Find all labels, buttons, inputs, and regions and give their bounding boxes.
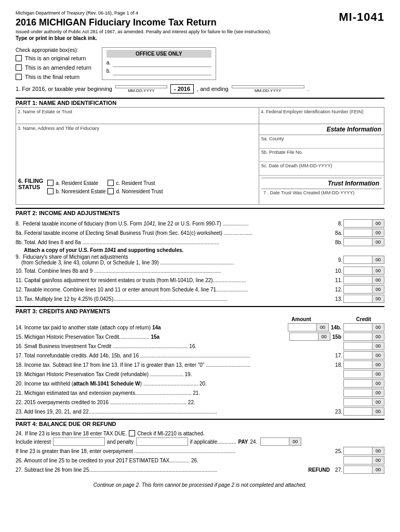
line14a-amount[interactable]: 00: [288, 323, 329, 331]
estate-trust-name-input[interactable]: [18, 115, 257, 122]
line15b-amount[interactable]: 00: [343, 332, 384, 341]
line12-text: 12. Taxable income. Combine lines 10 and…: [16, 287, 332, 292]
line15-text: 15. Michigan Historic Preservation Tax C…: [16, 334, 288, 340]
main-title: 2016 MICHIGAN Fiduciary Income Tax Retur…: [16, 17, 271, 28]
line25-amount[interactable]: 00: [343, 447, 384, 455]
penalty-label: and penalty: [107, 439, 134, 445]
amended-return-label: This is an amended return: [25, 64, 91, 71]
attach-note: Attach a copy of your U.S. Form 1041 and…: [24, 247, 183, 253]
final-return-checkbox[interactable]: [16, 74, 22, 80]
nonresident-trust-option[interactable]: d. Nonresident Trust: [108, 188, 166, 194]
line22-cents: 00: [372, 398, 384, 406]
part2-header: PART 2: INCOME AND ADJUSTMENTS: [16, 208, 384, 217]
line8a-cents: 00: [372, 229, 384, 236]
line11-cents: 00: [372, 276, 384, 284]
line8-text: 8. Federal taxable income of fiduciary (…: [16, 221, 332, 227]
field5a-label: 5a. County: [261, 136, 382, 141]
line13-text: 13. Tax. Multiply line 12 by 4.25% (0.04…: [16, 296, 332, 302]
line8b-amount[interactable]: 00: [343, 238, 384, 246]
refund-label: REFUND: [308, 467, 330, 473]
line14-text: 14. Income tax paid to another state (at…: [16, 325, 287, 330]
fiduciary-name-input[interactable]: [18, 131, 257, 163]
line26-amount[interactable]: 00: [343, 456, 384, 464]
line19-text: 19. Michigan Historic Preservation Tax C…: [16, 371, 342, 377]
field5b-label: 5b. Probate File No.: [261, 150, 382, 155]
trust-created-input[interactable]: [263, 196, 380, 201]
original-return-checkbox[interactable]: [16, 55, 22, 61]
line15a-amount[interactable]: 00: [289, 332, 330, 341]
line19-amount[interactable]: 00: [343, 370, 384, 378]
line8b-num: 8b.: [332, 240, 342, 245]
date-death-input[interactable]: [261, 169, 382, 174]
line26-text: 26. Amount of line 25 to be credited to …: [16, 458, 342, 463]
nonresident-estate-option[interactable]: b. Nonresident Estate: [47, 188, 105, 194]
line18-cents: 00: [372, 361, 384, 368]
interest-input[interactable]: [53, 437, 105, 446]
line14b-label: 14b.: [331, 325, 341, 330]
print-instruction: Type or print in blue or black ink.: [16, 35, 271, 41]
county-input[interactable]: [261, 142, 382, 147]
line11-amount[interactable]: 00: [343, 276, 384, 284]
field2-label: 2. Name of Estate or Trust: [18, 109, 257, 114]
line15b-cents: 00: [372, 333, 384, 340]
office-b-label: b.: [106, 68, 111, 75]
resident-trust-checkbox[interactable]: [108, 180, 114, 186]
office-use-box: OFFICE USE ONLY a. b.: [102, 47, 216, 80]
line20-amount[interactable]: 00: [343, 379, 384, 388]
line13-cents: 00: [372, 295, 384, 302]
line23-num: 23.: [332, 409, 342, 415]
line23-amount[interactable]: 00: [343, 407, 384, 416]
line24-amount[interactable]: 00: [260, 437, 301, 446]
line10-amount[interactable]: 00: [343, 267, 384, 275]
fein-input[interactable]: [261, 115, 382, 122]
line18-num: 18.: [332, 362, 342, 368]
nonresident-trust-checkbox[interactable]: [108, 188, 114, 194]
original-return-label: This is an original return: [25, 55, 86, 61]
amended-return-checkbox[interactable]: [16, 64, 22, 71]
resident-estate-option[interactable]: a. Resident Estate: [47, 180, 105, 186]
line8a-amount[interactable]: 00: [343, 229, 384, 237]
line10-num: 10.: [332, 268, 342, 274]
footer-text: Continue on page 2. This form cannot be …: [16, 482, 384, 488]
resident-estate-checkbox[interactable]: [47, 180, 54, 186]
part1-header: PART 1: NAME AND IDENTIFICATION: [16, 98, 384, 107]
line14b-amount[interactable]: 00: [343, 323, 384, 331]
line16-cents: 00: [372, 342, 384, 350]
line12-amount[interactable]: 00: [343, 285, 384, 294]
period-end: .: [308, 86, 309, 92]
line23-cents: 00: [372, 408, 384, 415]
line9-cents: 00: [372, 256, 384, 263]
line13-amount[interactable]: 00: [343, 295, 384, 303]
line23-text: 23. Add lines 19, 20, 21, and 22........…: [16, 409, 332, 415]
line24-cents: 00: [289, 438, 301, 445]
line27-amount[interactable]: 00: [343, 466, 384, 474]
line9-amount[interactable]: 00: [343, 256, 384, 264]
line8b-cents: 00: [372, 238, 384, 246]
probate-file-input[interactable]: [261, 155, 382, 161]
line19-cents: 00: [372, 370, 384, 378]
line22-amount[interactable]: 00: [343, 398, 384, 406]
estate-info-title: Estate Information: [259, 124, 384, 135]
line21-amount[interactable]: 00: [343, 389, 384, 397]
year-box: - 2016: [170, 84, 194, 94]
resident-trust-option[interactable]: c. Resident Trust: [108, 180, 166, 186]
office-use-title: OFFICE USE ONLY: [106, 50, 211, 58]
line24-num2: 24.: [250, 439, 257, 445]
nonresident-estate-checkbox[interactable]: [47, 188, 54, 194]
trust-info-title: Trust Information: [261, 178, 382, 189]
line20-cents: 00: [372, 380, 384, 387]
line18-text: 18. Income tax. Subtract line 17 from li…: [16, 362, 332, 368]
line8-amount[interactable]: 00: [343, 219, 384, 228]
applicable-label: if applicable.............: [190, 439, 236, 445]
office-a-label: a.: [106, 60, 111, 67]
line9-text: 9. Fiduciary's share of Michigan net adj…: [16, 254, 332, 265]
mi2210-checkbox[interactable]: [129, 430, 135, 436]
line17-amount[interactable]: 00: [343, 351, 384, 360]
penalty-input[interactable]: [136, 437, 188, 446]
line16-amount[interactable]: 00: [343, 342, 384, 350]
pay-label: PAY: [238, 439, 248, 445]
line14b-cents: 00: [372, 324, 384, 331]
line18-amount[interactable]: 00: [343, 361, 384, 369]
form-id: MI-1041: [339, 10, 384, 24]
line8a-num: 8a.: [332, 230, 342, 236]
